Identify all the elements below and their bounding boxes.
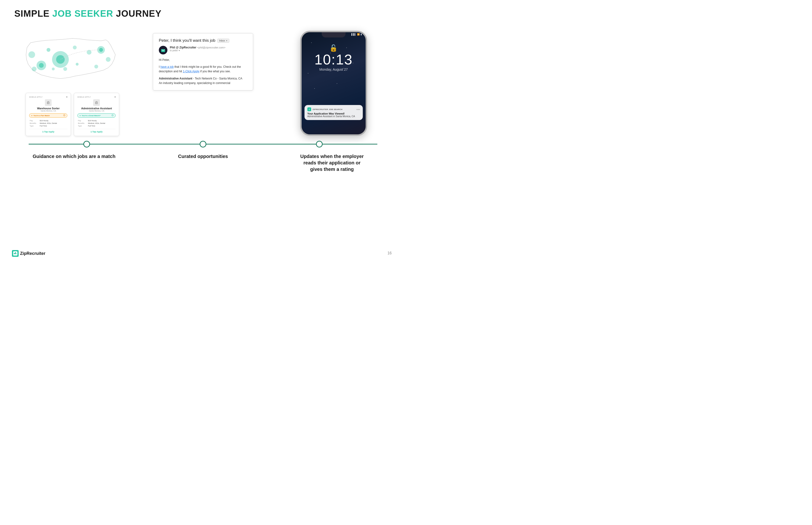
phone-screen: ▌▌▌ 📶 ▮ 🔓 10:13 Monday, August 27 — [302, 32, 366, 134]
email-sender-name: Phil @ ZipRecruiter — [170, 46, 196, 49]
job-title-1: Warehouse Sorter — [29, 107, 67, 110]
match-label-2: You're a Great Match!* — [82, 115, 101, 117]
star-6 — [337, 83, 337, 84]
mobile-apply-label-1: MOBILE APPLY — [29, 96, 43, 98]
job-card-1: MOBILE APPLY ▮ Warehouse Sorter Santa Mo… — [26, 93, 71, 136]
label-3-line2: reads their application or — [304, 160, 361, 165]
footer-logo: ZipRecruiter — [12, 250, 45, 257]
email-sender-addr: <phil@ziprecruiter.com> — [197, 46, 226, 49]
email-job-company: - Tech Network Co - Santa Monica, CA — [192, 77, 242, 80]
pay-label-2: Pay — [78, 120, 87, 122]
timeline-dot-1 — [83, 141, 90, 148]
job-title-2: Administrative Assistant — [77, 107, 116, 110]
notif-title: Your Application Was Viewed! — [307, 112, 360, 115]
email-card: Peter, I think you'll want this job Inbo… — [153, 33, 253, 90]
email-sender-row: Phil @ ZipRecruiter <phil@ziprecruiter.c… — [170, 46, 226, 49]
us-map-svg — [17, 28, 127, 100]
benefits-value-2: Medical, 401k, Dental — [88, 122, 115, 124]
mobile-apply-label-2: MOBILE APPLY — [77, 96, 91, 98]
page-title: SIMPLE JOB SEEKER JOURNEY — [14, 9, 392, 19]
body-pre: I — [159, 65, 160, 69]
building-icon-1 — [46, 101, 50, 105]
map-area — [17, 28, 127, 100]
labels-row: Guidance on which jobs are a match Curat… — [0, 148, 406, 172]
job-icon-2 — [93, 99, 100, 106]
lock-icon: 🔓 — [329, 44, 338, 52]
job-card-1-header: MOBILE APPLY ▮ — [29, 96, 67, 98]
phone-time: 10:13 — [315, 51, 353, 68]
phone-notch — [322, 32, 346, 38]
info-icon-2: ⓘ — [112, 114, 113, 117]
label-2: Curated opportunities — [139, 153, 267, 172]
one-click-apply-link[interactable]: 1-Click Apply — [183, 70, 199, 73]
column-2: Peter, I think you'll want this job Inbo… — [140, 28, 266, 90]
job-details-1: Pay$18 Hourly BenefitsMedical, 401k, Den… — [29, 119, 67, 127]
notif-header: Z ZIPRECRUITER JOB SEARCH now — [307, 107, 360, 111]
email-from-row: Phil @ ZipRecruiter <phil@ziprecruiter.c… — [159, 46, 247, 55]
svg-point-6 — [46, 48, 50, 52]
label-1: Guidance on which jobs are a match — [10, 153, 139, 172]
building-icon-2 — [95, 101, 98, 105]
label-3-line1: Updates when the employer — [300, 154, 364, 159]
svg-point-11 — [106, 57, 111, 62]
phone-date: Monday, August 27 — [319, 68, 348, 71]
email-greeting: Hi Peter, — [159, 58, 247, 62]
timeline-dot-3 — [316, 141, 323, 148]
title-plain: SIMPLE — [14, 9, 52, 19]
svg-rect-18 — [48, 103, 48, 103]
svg-rect-19 — [48, 103, 49, 103]
ziprecruiter-logo-icon — [12, 250, 19, 257]
svg-point-13 — [63, 67, 67, 71]
email-job-desc: An industry leading company, specializin… — [159, 81, 247, 86]
pay-label-1: Pay — [30, 120, 39, 122]
email-subject: Peter, I think you'll want this job — [159, 38, 215, 43]
have-a-job-link[interactable]: have a job — [160, 65, 174, 69]
email-from-details: Phil @ ZipRecruiter <phil@ziprecruiter.c… — [170, 46, 226, 52]
ziprecruiter-logo-icon — [161, 48, 165, 52]
type-label-2: Type — [78, 125, 87, 127]
page-number: 16 — [387, 251, 392, 255]
signal-icon: ▌▌▌ — [351, 33, 356, 35]
type-label-1: Type — [30, 125, 39, 127]
notif-time: now — [356, 108, 360, 110]
tap-apply-btn-2[interactable]: 1-Tap Apply — [77, 129, 116, 133]
inbox-close[interactable]: × — [226, 39, 227, 42]
label-3-line3: gives them a rating — [310, 167, 354, 172]
svg-point-5 — [32, 66, 37, 71]
svg-point-14 — [76, 63, 78, 65]
job-details-2: Pay$18 Hourly BenefitsMedical, 401k, Den… — [77, 119, 116, 127]
email-paragraph1: I have a job that I think might be a goo… — [159, 65, 247, 74]
notif-app-icon: Z — [307, 107, 311, 111]
job-cards-row: MOBILE APPLY ▮ Warehouse Sorter Santa Mo… — [26, 93, 119, 136]
type-value-1: Full Time — [40, 125, 67, 127]
job-card-2: MOBILE APPLY ▮ Administrative Assistant … — [74, 93, 119, 136]
job-location-1: Santa Monica, CA — [29, 110, 67, 112]
pay-value-1: $18 Hourly — [40, 120, 67, 122]
benefits-value-1: Medical, 401k, Dental — [40, 122, 67, 124]
page-footer: ZipRecruiter — [12, 250, 45, 257]
job-location-2: Santa Monica, CA — [77, 110, 116, 112]
match-icon-2: ● — [79, 115, 81, 117]
inbox-label: Inbox — [219, 39, 225, 42]
sender-avatar — [159, 46, 168, 55]
page-header: SIMPLE JOB SEEKER JOURNEY — [0, 0, 406, 19]
star-4 — [353, 63, 353, 63]
to-dropdown-icon[interactable]: ▾ — [179, 49, 180, 52]
inbox-badge: Inbox × — [217, 39, 229, 43]
svg-rect-23 — [97, 103, 97, 103]
svg-point-4 — [28, 51, 35, 58]
logo-text: ZipRecruiter — [20, 251, 45, 256]
bookmark-icon-2: ▮ — [115, 96, 116, 98]
title-highlight: JOB SEEKER — [52, 9, 113, 19]
svg-rect-30 — [16, 253, 17, 254]
body-end: if you like what you see. — [199, 70, 231, 73]
timeline-row — [10, 141, 396, 148]
tap-apply-btn-1[interactable]: 1-Tap Apply — [29, 129, 67, 133]
notif-body: Administrative Assistant in Santa Monica… — [307, 115, 360, 118]
logo-svg — [13, 251, 17, 256]
svg-point-12 — [94, 65, 98, 69]
email-job-title: Administrative Assistant — [159, 77, 192, 80]
star-2 — [346, 47, 347, 48]
wifi-icon: 📶 — [357, 33, 360, 35]
star-5 — [308, 73, 308, 74]
